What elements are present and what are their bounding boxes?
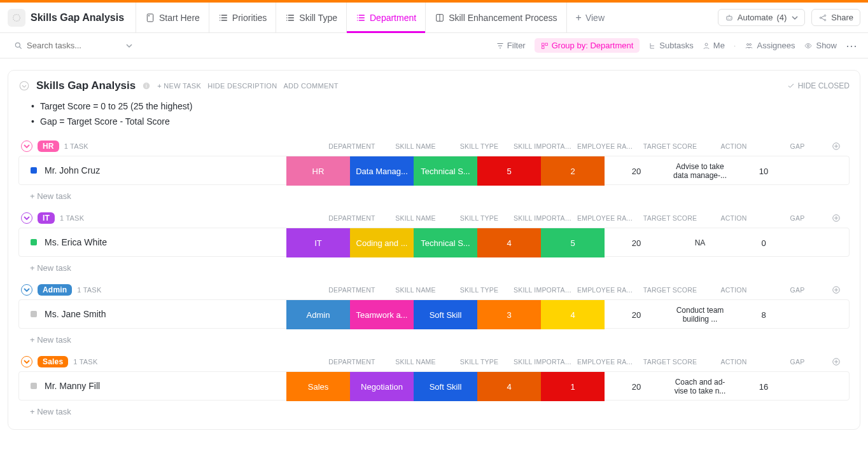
cell[interactable]: 2 — [541, 156, 605, 186]
column-header[interactable]: SKILL IMPORTAN... — [511, 286, 575, 294]
column-header[interactable]: DEPARTMENT — [320, 358, 384, 366]
add-column-button[interactable] — [829, 285, 850, 294]
cell[interactable]: 3 — [477, 300, 541, 329]
add-column-button[interactable] — [829, 357, 850, 366]
assignees-button[interactable]: Assignees — [745, 41, 795, 50]
column-header[interactable]: SKILL TYPE — [447, 358, 511, 366]
column-header[interactable]: ACTION — [702, 214, 766, 222]
cell[interactable]: Soft Skill — [414, 300, 477, 329]
table-row[interactable]: Ms. Jane SmithAdminTeamwork a...Soft Ski… — [18, 299, 850, 329]
cell[interactable]: Soft Skill — [414, 372, 477, 401]
column-header[interactable]: SKILL TYPE — [447, 142, 511, 150]
collapse-toggle[interactable] — [21, 356, 32, 367]
column-header[interactable]: SKILL TYPE — [447, 214, 511, 222]
cell[interactable]: 5 — [477, 156, 541, 186]
cell[interactable]: 4 — [541, 300, 605, 329]
column-header[interactable]: TARGET SCORE — [638, 286, 702, 294]
column-header[interactable]: EMPLOYEE RATI... — [575, 214, 638, 222]
group-badge[interactable]: HR — [38, 140, 59, 152]
cell[interactable]: Sales — [286, 372, 350, 401]
task-name-cell[interactable]: Mr. Manny Fill — [19, 372, 286, 400]
cell[interactable]: IT — [286, 228, 350, 257]
cell[interactable]: 20 — [605, 300, 668, 329]
tab-department[interactable]: Department — [346, 3, 425, 32]
cell[interactable]: 20 — [605, 228, 668, 257]
add-column-button[interactable] — [829, 142, 850, 151]
collapse-toggle[interactable] — [21, 140, 32, 152]
add-comment-button[interactable]: ADD COMMENT — [283, 82, 338, 90]
column-header[interactable]: SKILL NAME — [384, 214, 447, 222]
cell[interactable]: HR — [286, 156, 350, 186]
group-badge[interactable]: IT — [38, 212, 55, 224]
column-header[interactable]: EMPLOYEE RATI... — [575, 142, 638, 150]
column-header[interactable]: ACTION — [702, 286, 766, 294]
cell[interactable]: Coding and ... — [350, 228, 414, 257]
column-header[interactable]: GAP — [766, 214, 829, 222]
cell[interactable]: 4 — [477, 228, 541, 257]
groupby-button[interactable]: Group by: Department — [535, 38, 640, 53]
cell[interactable]: 1 — [541, 372, 605, 401]
cell[interactable]: NA — [668, 228, 732, 257]
column-header[interactable]: SKILL IMPORTAN... — [511, 142, 575, 150]
cell[interactable]: Conduct team building ... — [668, 300, 732, 329]
cell[interactable]: 16 — [732, 372, 795, 401]
column-header[interactable]: SKILL NAME — [384, 358, 447, 366]
status-indicator[interactable] — [31, 239, 37, 245]
column-header[interactable]: DEPARTMENT — [320, 286, 384, 294]
collapse-toggle[interactable] — [21, 212, 32, 224]
new-task-row[interactable]: + New task — [18, 401, 850, 416]
column-header[interactable]: TARGET SCORE — [638, 214, 702, 222]
table-row[interactable]: Mr. John CruzHRData Manag...Technical S.… — [18, 156, 850, 185]
hide-description-button[interactable]: HIDE DESCRIPTION — [207, 82, 277, 90]
cell[interactable]: Technical S... — [414, 156, 477, 186]
column-header[interactable]: SKILL NAME — [384, 286, 447, 294]
automate-button[interactable]: Automate (4) — [718, 9, 806, 26]
task-name-cell[interactable]: Mr. John Cruz — [19, 156, 286, 184]
filter-button[interactable]: Filter — [496, 41, 526, 50]
share-button[interactable]: Share — [811, 9, 860, 26]
new-task-row[interactable]: + New task — [18, 329, 850, 345]
cell[interactable]: 4 — [477, 372, 541, 401]
new-task-button[interactable]: + NEW TASK — [157, 82, 201, 90]
add-column-button[interactable] — [829, 214, 850, 223]
add-view-button[interactable]: +View — [566, 3, 613, 32]
tab-priorities[interactable]: Priorities — [209, 3, 276, 32]
table-row[interactable]: Ms. Erica WhiteITCoding and ...Technical… — [18, 228, 850, 257]
subtasks-button[interactable]: Subtasks — [648, 41, 693, 50]
column-header[interactable]: EMPLOYEE RATI... — [575, 286, 638, 294]
workspace-logo[interactable] — [8, 9, 25, 27]
column-header[interactable]: SKILL IMPORTAN... — [511, 358, 575, 366]
chevron-down-icon[interactable] — [126, 43, 132, 49]
column-header[interactable]: SKILL NAME — [384, 142, 447, 150]
tab-skill-enhancement-process[interactable]: Skill Enhancement Process — [425, 3, 566, 32]
table-row[interactable]: Mr. Manny FillSalesNegotiationSoft Skill… — [18, 371, 850, 401]
cell[interactable]: Teamwork a... — [350, 300, 414, 329]
column-header[interactable]: TARGET SCORE — [638, 142, 702, 150]
cell[interactable]: Admin — [286, 300, 350, 329]
group-badge[interactable]: Admin — [38, 284, 72, 296]
me-button[interactable]: Me — [703, 41, 725, 50]
column-header[interactable]: SKILL IMPORTAN... — [511, 214, 575, 222]
cell[interactable]: 10 — [732, 156, 795, 186]
group-badge[interactable]: Sales — [38, 356, 68, 367]
cell[interactable]: 5 — [541, 228, 605, 257]
cell[interactable]: Advise to take data manage-... — [668, 156, 732, 186]
info-icon[interactable]: i — [142, 81, 151, 90]
new-task-row[interactable]: + New task — [18, 185, 850, 201]
tab-start-here[interactable]: Start Here — [136, 3, 209, 32]
status-indicator[interactable] — [31, 167, 37, 174]
task-name-cell[interactable]: Ms. Jane Smith — [19, 300, 286, 328]
cell[interactable]: 20 — [605, 156, 668, 186]
column-header[interactable]: ACTION — [702, 142, 766, 150]
tab-skill-type[interactable]: Skill Type — [276, 3, 346, 32]
show-button[interactable]: Show — [804, 41, 837, 50]
column-header[interactable]: DEPARTMENT — [320, 142, 384, 150]
cell[interactable]: Coach and ad-vise to take n... — [668, 372, 732, 401]
hide-closed-button[interactable]: HIDE CLOSED — [787, 81, 850, 90]
column-header[interactable]: SKILL TYPE — [447, 286, 511, 294]
collapse-toggle[interactable] — [21, 284, 32, 296]
column-header[interactable]: DEPARTMENT — [320, 214, 384, 222]
cell[interactable]: Negotiation — [350, 372, 414, 401]
cell[interactable]: Technical S... — [414, 228, 477, 257]
cell[interactable]: 8 — [732, 300, 795, 329]
